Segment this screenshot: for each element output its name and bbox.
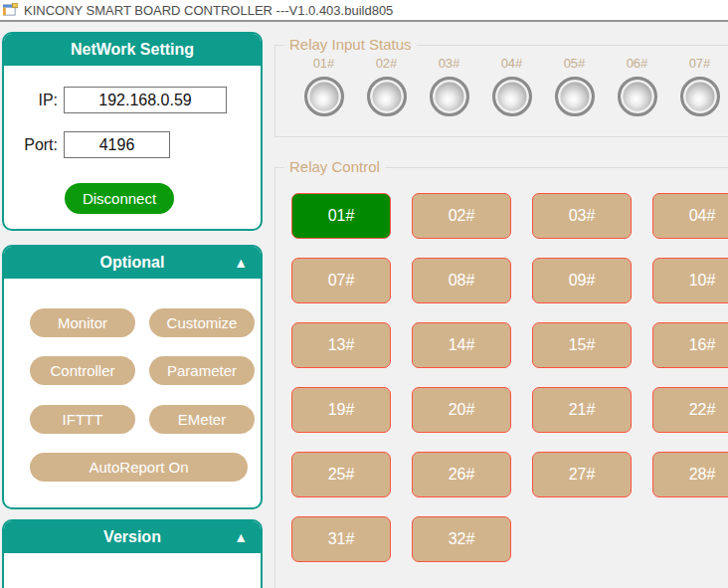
window-title: KINCONY SMART BOARD CONTROLLER ---V1.0.4… xyxy=(24,3,393,18)
relay-button-09[interactable]: 09# xyxy=(532,258,632,303)
led-indicator xyxy=(680,77,720,116)
ip-label: IP: xyxy=(18,92,58,109)
relay-button-28[interactable]: 28# xyxy=(652,452,728,497)
port-input[interactable] xyxy=(64,131,170,158)
network-setting-header: NetWork Setting xyxy=(4,34,261,66)
relay-input-01: 01# xyxy=(292,53,355,116)
emeter-button[interactable]: EMeter xyxy=(149,405,255,434)
relay-button-10[interactable]: 10# xyxy=(652,258,728,303)
led-row: 01# 02# 03# 04# 05# 06# xyxy=(292,53,728,116)
relay-input-07: 07# xyxy=(668,53,728,116)
disconnect-button[interactable]: Disconnect xyxy=(65,183,174,214)
ifttt-button[interactable]: IFTTT xyxy=(30,405,135,434)
version-panel: Version ▲ xyxy=(2,519,263,588)
network-setting-panel: NetWork Setting IP: Port: Disconnect xyxy=(2,32,263,231)
relay-control-group: Relay Control 01# 02# 03# 04# 05# 06# 07… xyxy=(274,167,728,588)
autoreport-button[interactable]: AutoReport On xyxy=(30,453,248,482)
relay-button-03[interactable]: 03# xyxy=(532,193,632,239)
relay-button-32[interactable]: 32# xyxy=(412,516,511,562)
app-window: KINCONY SMART BOARD CONTROLLER ---V1.0.4… xyxy=(0,0,728,588)
relay-input-02: 02# xyxy=(355,53,418,116)
led-indicator xyxy=(430,77,469,116)
parameter-button[interactable]: Parameter xyxy=(149,356,255,385)
relay-input-status-title: Relay Input Status xyxy=(284,36,417,53)
ip-input[interactable] xyxy=(64,87,227,113)
relay-button-20[interactable]: 20# xyxy=(412,387,511,433)
relay-button-14[interactable]: 14# xyxy=(412,322,511,368)
port-label: Port: xyxy=(8,136,58,154)
relay-input-status-group: Relay Input Status 01# 02# 03# 04# 05# xyxy=(274,45,728,137)
relay-button-08[interactable]: 08# xyxy=(412,258,511,303)
relay-button-22[interactable]: 22# xyxy=(652,387,728,433)
optional-panel: Optional ▲ Monitor Customize Controller … xyxy=(2,245,263,509)
relay-button-07[interactable]: 07# xyxy=(291,258,391,303)
controller-button[interactable]: Controller xyxy=(30,356,135,385)
relay-control-title: Relay Control xyxy=(284,158,385,175)
relay-input-05: 05# xyxy=(543,53,606,116)
version-header[interactable]: Version ▲ xyxy=(4,521,261,553)
relay-button-19[interactable]: 19# xyxy=(291,387,391,433)
relay-input-06: 06# xyxy=(606,53,668,116)
titlebar: KINCONY SMART BOARD CONTROLLER ---V1.0.4… xyxy=(0,0,728,22)
network-setting-title: NetWork Setting xyxy=(71,41,194,59)
version-title: Version xyxy=(103,528,161,546)
customize-button[interactable]: Customize xyxy=(149,308,255,337)
relay-button-31[interactable]: 31# xyxy=(291,516,391,562)
led-indicator xyxy=(367,77,407,116)
relay-button-16[interactable]: 16# xyxy=(652,322,728,368)
led-indicator xyxy=(555,77,595,116)
relay-button-01[interactable]: 01# xyxy=(291,193,391,239)
led-indicator xyxy=(492,77,532,116)
collapse-triangle-icon[interactable]: ▲ xyxy=(234,256,248,270)
relay-button-13[interactable]: 13# xyxy=(291,322,391,368)
relay-button-26[interactable]: 26# xyxy=(412,452,511,497)
monitor-button[interactable]: Monitor xyxy=(30,308,135,337)
relay-button-02[interactable]: 02# xyxy=(412,193,511,239)
relay-button-15[interactable]: 15# xyxy=(532,322,632,368)
optional-header[interactable]: Optional ▲ xyxy=(4,247,261,279)
app-icon xyxy=(3,3,18,17)
relay-button-27[interactable]: 27# xyxy=(532,452,632,497)
relay-button-04[interactable]: 04# xyxy=(652,193,728,239)
relay-input-04: 04# xyxy=(480,53,543,116)
led-indicator xyxy=(618,77,657,116)
relay-button-grid: 01# 02# 03# 04# 05# 06# 07# 08# 09# 10# … xyxy=(291,193,728,562)
optional-title: Optional xyxy=(100,254,165,272)
relay-input-03: 03# xyxy=(418,53,480,116)
collapse-triangle-icon[interactable]: ▲ xyxy=(234,530,248,544)
relay-button-25[interactable]: 25# xyxy=(291,452,391,497)
relay-button-21[interactable]: 21# xyxy=(532,387,632,433)
led-indicator xyxy=(304,77,344,116)
